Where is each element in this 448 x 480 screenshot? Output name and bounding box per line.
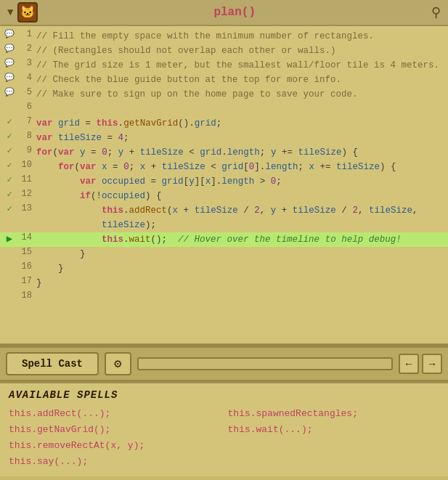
line-number: 13 [17,203,36,213]
code-line-17: 17 } [0,276,448,290]
code-line-10: ✓ 10 for(var x = 0; x + tileSize < grid[… [0,160,448,174]
code-line-1: 💬 1 // Fill the empty space with the min… [0,29,448,44]
line-content: // Check the blue guide button at the to… [36,73,445,87]
spell-item[interactable]: this.say(...); [9,455,221,468]
spell-cast-button[interactable]: Spell Cast [6,352,99,375]
line-content: // Make sure to sign up on the home page… [36,87,445,102]
code-line-12: ✓ 12 if(!occupied) { [0,189,448,203]
spells-panel: Available Spells this.addRect(...); this… [0,382,448,476]
spell-label[interactable]: this.getNavGrid(); [9,424,110,435]
line-number: 7 [17,116,36,126]
page-title: plan() [38,6,431,19]
spell-label[interactable]: this.removeRectAt(x, y); [9,440,144,451]
comment-bubble-icon: 💬 [3,44,16,53]
line-content: this.wait(); // Hover over the timeline … [36,232,445,247]
line-content: for(var y = 0; y + tileSize < grid.lengt… [36,145,445,160]
checkmark-icon: ✓ [3,189,16,200]
spell-item[interactable]: this.removeRectAt(x, y); [9,439,221,452]
spell-label[interactable]: this.say(...); [9,456,88,467]
line-content: for(var x = 0; x + tileSize < grid[0].le… [36,160,445,174]
checkmark-icon: ✓ [3,131,16,142]
spells-title: Available Spells [9,389,439,401]
header-left: ▼ 🐱 [7,2,38,23]
line-content: var grid = this.getNavGrid().grid; [36,116,445,131]
code-line-3: 💬 3 // The grid size is 1 meter, but the… [0,58,448,73]
line-content: if(!occupied) { [36,189,445,203]
checkmark-icon: ✓ [3,116,16,127]
navigation-buttons: ← → [399,354,442,374]
line-number: 5 [17,87,36,97]
spell-label[interactable]: this.addRect(...); [9,408,110,419]
code-line-4: 💬 4 // Check the blue guide button at th… [0,73,448,87]
code-line-13: ✓ 13 this.addRect(x + tileSize / 2, y + … [0,203,448,232]
code-line-7: ✓ 7 var grid = this.getNavGrid().grid; [0,116,448,131]
checkmark-icon: ✓ [3,174,16,185]
comment-bubble-icon: 💬 [3,58,16,68]
line-number: 6 [17,102,36,112]
settings-button[interactable]: ⚙ [105,352,131,375]
code-editor[interactable]: 💬 1 // Fill the empty space with the min… [0,26,448,346]
line-content: // Fill the empty space with the minimum… [36,29,445,44]
spell-label[interactable]: this.spawnedRectangles; [228,408,358,419]
line-number: 1 [17,29,36,39]
code-line-2: 💬 2 // (Rectangles should not overlap ea… [0,44,448,58]
checkmark-icon: ✓ [3,145,16,156]
line-content: this.addRect(x + tileSize / 2, y + tileS… [36,203,445,232]
checkmark-icon: ✓ [3,160,16,171]
line-number: 4 [17,73,36,83]
comment-bubble-icon: 💬 [3,87,16,97]
line-number: 2 [17,44,36,54]
comment-bubble-icon: 💬 [3,29,16,38]
progress-bar[interactable] [137,357,393,370]
code-line-11: ✓ 11 var occupied = grid[y][x].length > … [0,174,448,189]
code-line-5: 💬 5 // Make sure to sign up on the home … [0,87,448,102]
line-number: 8 [17,131,36,141]
code-line-15: 15 } [0,247,448,261]
line-content: var occupied = grid[y][x].length > 0; [36,174,445,189]
arrow-icon: ▶ [3,232,16,245]
line-number: 18 [17,290,36,301]
header: ▼ 🐱 plan() ⚲ [0,0,448,26]
line-content: } [36,247,445,261]
spells-grid: this.addRect(...); this.spawnedRectangle… [9,407,439,468]
line-content: } [36,276,445,290]
code-line-14: ▶ 14 this.wait(); // Hover over the time… [0,232,448,247]
code-line-8: ✓ 8 var tileSize = 4; [0,131,448,145]
line-number: 16 [17,261,36,272]
code-line-16: 16 } [0,261,448,276]
spell-item [228,439,440,452]
nav-right-button[interactable]: → [422,354,442,374]
line-number: 15 [17,247,36,257]
spell-item[interactable]: this.wait(...); [228,423,440,436]
spell-item[interactable]: this.addRect(...); [9,407,221,420]
magnet-icon[interactable]: ⚲ [431,4,441,20]
line-number: 14 [17,232,36,243]
chevron-down-icon[interactable]: ▼ [7,7,13,18]
line-content: // The grid size is 1 meter, but the sma… [36,58,445,73]
toolbar: Spell Cast ⚙ ← → [0,346,448,382]
line-number: 17 [17,276,36,286]
code-line-9: ✓ 9 for(var y = 0; y + tileSize < grid.l… [0,145,448,160]
line-number: 10 [17,160,36,170]
spell-item[interactable]: this.getNavGrid(); [9,423,221,436]
line-number: 11 [17,174,36,184]
line-content: var tileSize = 4; [36,131,445,145]
line-number: 9 [17,145,36,155]
app-window: ▼ 🐱 plan() ⚲ 💬 1 // Fill the empty space… [0,0,448,480]
comment-bubble-icon: 💬 [3,73,16,82]
line-content: } [36,261,445,276]
spell-label[interactable]: this.wait(...); [228,424,313,435]
checkmark-icon: ✓ [3,203,16,214]
line-number: 12 [17,189,36,199]
spell-item[interactable]: this.spawnedRectangles; [228,407,440,420]
code-line-18: 18 [0,290,448,305]
code-line-6: 6 [0,102,448,116]
nav-left-button[interactable]: ← [399,354,419,374]
avatar: 🐱 [17,2,38,23]
line-number: 3 [17,58,36,68]
line-content: // (Rectangles should not overlap each o… [36,44,445,58]
